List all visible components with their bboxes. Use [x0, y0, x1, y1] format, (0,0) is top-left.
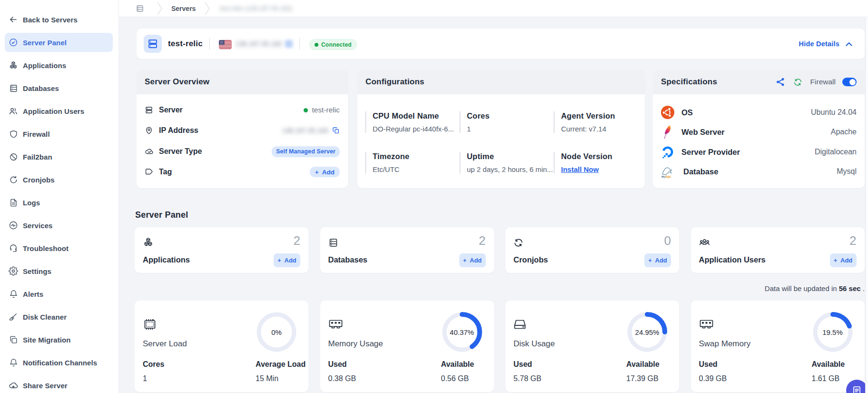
svg-text:SQL: SQL — [665, 175, 671, 178]
